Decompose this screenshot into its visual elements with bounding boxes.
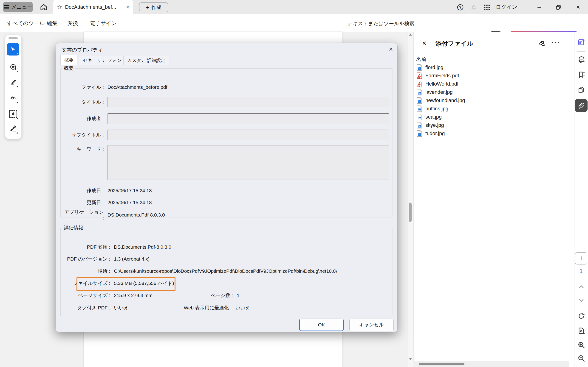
- rotate-page-icon[interactable]: [577, 312, 586, 320]
- comment-tool-button[interactable]: [7, 61, 19, 73]
- pdf-conversion-value: DS.Documents.Pdf-8.0.3.0: [114, 244, 171, 250]
- dialog-close-icon[interactable]: ✕: [388, 46, 394, 53]
- page-count-label: ページ数 :: [161, 292, 233, 299]
- pdf-conversion-row: PDF 変換 : DS.Documents.Pdf-8.0.3.0: [64, 241, 389, 253]
- application-label: アプリケーション :: [64, 209, 104, 221]
- page-thumbnails-panel-icon[interactable]: [577, 86, 586, 94]
- title-field[interactable]: [107, 97, 389, 107]
- search-attachments-icon[interactable]: [537, 39, 546, 47]
- vertical-scrollbar-thumb[interactable]: [409, 202, 412, 222]
- menu-button[interactable]: メニュー: [3, 2, 33, 12]
- author-field[interactable]: [107, 113, 389, 124]
- attachment-row[interactable]: tudor.jpg: [415, 129, 573, 138]
- tool-rail-drag-handle[interactable]: [9, 37, 18, 39]
- jpg-file-icon: [417, 130, 422, 137]
- zoom-out-icon[interactable]: [577, 354, 586, 362]
- search-label[interactable]: テキストまたはツールを検索: [347, 20, 414, 27]
- tab-advanced[interactable]: 詳細設定: [143, 56, 169, 65]
- panel-close-icon[interactable]: ✕: [420, 40, 428, 47]
- select-tool-button[interactable]: [7, 43, 19, 56]
- application-value: DS.Documents.Pdf-8.0.3.0: [107, 212, 165, 218]
- fit-page-icon[interactable]: [577, 327, 586, 335]
- comments-panel-icon[interactable]: [577, 56, 586, 64]
- login-button[interactable]: ログイン: [496, 3, 517, 10]
- scroll-down-arrow[interactable]: [409, 358, 412, 360]
- notifications-bell-icon[interactable]: [470, 4, 477, 11]
- highlight-tool-button[interactable]: [7, 76, 19, 88]
- file-row: ファイル : DocAttachments_before.pdf: [64, 81, 389, 93]
- window-close-icon[interactable]: ✕: [575, 4, 581, 10]
- attachment-row[interactable]: PDF FormFields.pdf: [415, 72, 573, 80]
- sign-tool-button[interactable]: [7, 122, 19, 135]
- attachment-row[interactable]: newfoundland.jpg: [415, 96, 573, 105]
- attachment-row[interactable]: puffins.jpg: [415, 105, 573, 113]
- previous-page-chevron-icon[interactable]: [577, 283, 586, 291]
- page-size-row: ページサイズ : 215.9 x 279.4 mm ページ数 : 1: [64, 290, 389, 301]
- all-tools-menu[interactable]: すべてのツール: [7, 20, 44, 27]
- paperclip-icon: [578, 102, 585, 109]
- pdf-version-value: 1.3 (Acrobat 4.x): [114, 256, 149, 262]
- pdf-version-row: PDF のバージョン : 1.3 (Acrobat 4.x): [64, 253, 389, 265]
- overview-legend: 概要: [62, 65, 75, 72]
- ok-button[interactable]: OK: [299, 319, 344, 331]
- tab-overview[interactable]: 概要: [61, 55, 78, 65]
- attachments-panel-toggle-active[interactable]: [575, 99, 588, 112]
- cursor-arrow-icon: [10, 46, 17, 53]
- tagged-pdf-row: タグ付き PDF : いいえ Web 表示用に最適化 : いいえ: [64, 302, 389, 314]
- panel-more-options-icon[interactable]: ···: [551, 39, 560, 46]
- application-row: アプリケーション : DS.Documents.Pdf-8.0.3.0: [64, 209, 389, 221]
- plus-icon: +: [146, 4, 149, 11]
- modified-label: 更新日 :: [64, 199, 104, 206]
- restore-window-icon[interactable]: [555, 4, 562, 10]
- attachment-row[interactable]: lavender.jpg: [415, 88, 573, 96]
- page-number-input[interactable]: 1: [575, 252, 587, 265]
- scroll-up-arrow[interactable]: [409, 33, 412, 35]
- attachment-row[interactable]: fiord.jpg: [415, 63, 573, 72]
- zoom-in-icon[interactable]: [577, 341, 586, 349]
- apps-grid-icon[interactable]: [483, 4, 491, 11]
- tab-title: DocAttachments_bef...: [65, 4, 123, 10]
- convert-menu[interactable]: 変換: [68, 20, 78, 27]
- keywords-field[interactable]: [107, 145, 389, 180]
- attachment-name: tudor.jpg: [425, 131, 445, 136]
- web-optimized-label: Web 表示用に最適化 :: [159, 305, 232, 311]
- attachment-name: puffins.jpg: [425, 106, 448, 112]
- draw-squiggle-icon: [9, 94, 17, 102]
- edit-menu[interactable]: 編集: [47, 20, 57, 27]
- ok-label: OK: [318, 322, 325, 327]
- create-label: 作成: [151, 4, 162, 11]
- cancel-button[interactable]: キャンセル: [349, 319, 394, 331]
- create-tab-button[interactable]: + 作成: [139, 2, 168, 12]
- total-pages: 1: [575, 268, 587, 274]
- next-page-chevron-icon[interactable]: [577, 296, 586, 305]
- esign-menu[interactable]: 電子サイン: [90, 20, 117, 27]
- attachment-row[interactable]: skye.jpg: [415, 121, 573, 129]
- web-optimized-value: いいえ: [235, 305, 250, 311]
- overview-group: 概要 ファイル : DocAttachments_before.pdf タイトル…: [61, 65, 393, 217]
- ai-assistant-panel-icon[interactable]: [577, 38, 586, 46]
- help-icon[interactable]: ?: [457, 4, 464, 11]
- subtitle-label: サブタイトル :: [64, 132, 104, 138]
- document-tab[interactable]: ☆ DocAttachments_bef... ✕: [53, 0, 133, 14]
- file-value: DocAttachments_before.pdf: [107, 84, 167, 90]
- attachment-name: newfoundland.jpg: [425, 98, 465, 103]
- draw-tool-button[interactable]: [7, 92, 19, 104]
- hamburger-icon: [4, 5, 9, 9]
- home-icon[interactable]: [40, 3, 48, 11]
- modified-value: 2025/06/17 15:24:18: [107, 200, 152, 205]
- horizontal-scrollbar-thumb[interactable]: [419, 363, 464, 365]
- attachment-row[interactable]: PDF HelloWorld.pdf: [415, 80, 573, 88]
- created-row: 作成日 : 2025/06/17 15:24:18: [64, 185, 389, 197]
- subtitle-field[interactable]: [107, 130, 389, 140]
- keywords-row: キーワード :: [64, 145, 389, 181]
- minimize-icon[interactable]: ─: [536, 4, 543, 10]
- bookmarks-panel-icon[interactable]: [577, 71, 586, 79]
- tab-close-icon[interactable]: ✕: [126, 4, 130, 10]
- acrobat-window: メニュー ☆ DocAttachments_bef... ✕ + 作成 ? ログ…: [0, 0, 588, 367]
- jpg-file-icon: [417, 64, 422, 71]
- text-box-tool-button[interactable]: A: [7, 108, 19, 120]
- attachment-row[interactable]: sea.jpg: [415, 113, 573, 121]
- document-vertical-scrollbar[interactable]: [407, 32, 414, 367]
- favorite-star-icon[interactable]: ☆: [57, 4, 62, 11]
- menu-label: メニュー: [11, 4, 32, 10]
